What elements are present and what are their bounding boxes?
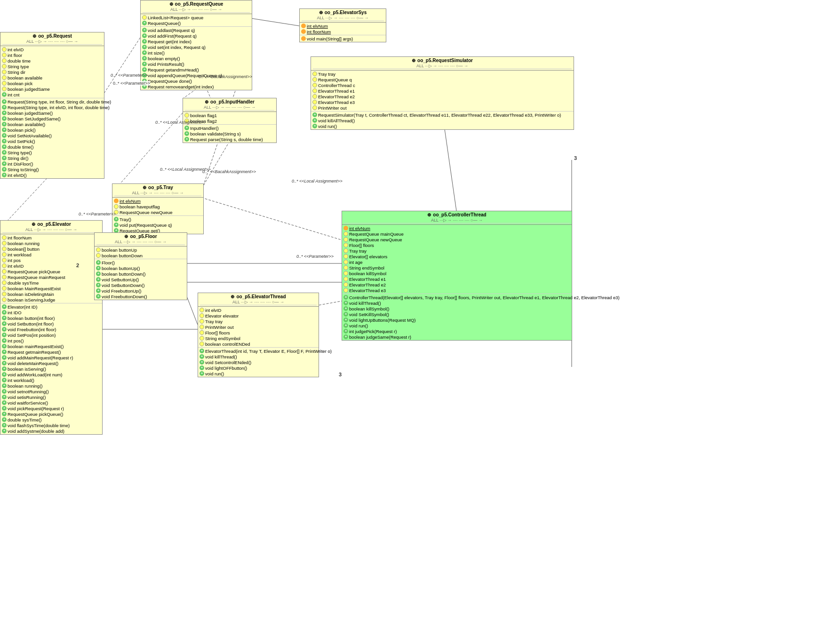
class-controller-thread: ⊕ oo_p5.ControllerThread ALL ···▷ → ····… xyxy=(342,211,572,341)
elv-icon: ⊕ xyxy=(32,222,35,227)
label-num3a: 3 xyxy=(574,155,577,161)
es-icon: ⊕ xyxy=(319,10,323,15)
class-elevator: ⊕ oo_p5.Elevator ALL ···▷ → ···· ···· ··… xyxy=(0,220,103,435)
svg-line-4 xyxy=(104,38,140,94)
class-request: ⊕ oo_p5.Request ALL ···▷ → ···· ···· ···… xyxy=(0,32,104,179)
floor-fields: boolean buttonUp boolean buttonDown xyxy=(95,246,187,259)
label-param3: 0..* <<Parameter>> xyxy=(296,254,334,259)
t-icon: ⊕ xyxy=(143,185,146,190)
rs-icon: ⊕ xyxy=(412,58,415,63)
label-param2: 0..* <<Parameter>> xyxy=(79,212,116,216)
tray-methods: +Tray() +void put(RequestQueue q) +Reque… xyxy=(112,216,203,234)
label-bacahi1: 0..* <<BacahkAssignment>> xyxy=(199,74,252,79)
es-methods: void main(String[] args) xyxy=(300,35,386,42)
label-local1: 0..* <<Local Assignment>> xyxy=(155,120,206,125)
svg-line-6 xyxy=(201,198,342,240)
ct-fields: int elvNum RequestQueue mainQueue Reques… xyxy=(342,225,572,294)
svg-line-16 xyxy=(203,141,230,186)
class-elevator-sys: ⊕ oo_p5.ElevatorSys ALL ···▷ → ···· ····… xyxy=(299,8,386,42)
label-num3b: 3 xyxy=(339,372,342,377)
rq-methods: +void addlast(Request q) +void addFirst(… xyxy=(141,27,252,90)
tray-fields: int elvNum boolean haveputflag RequestQu… xyxy=(112,198,203,216)
et-fields: int elvID Elevator elevator Tray tray Pr… xyxy=(198,307,319,348)
req-methods: +Request(String type, int floor, String … xyxy=(0,98,104,178)
es-fields: int elvNum int floorNum xyxy=(300,23,386,35)
label-param1: 0..* <<Parameter>> xyxy=(111,73,148,78)
floor-methods: +Floor() +boolean buttonUp() +boolean bu… xyxy=(95,259,187,300)
class-tray: ⊕ oo_p5.Tray ALL ···▷ → ···· ···· ···· ○… xyxy=(112,183,204,234)
label-num2: 2 xyxy=(76,262,79,268)
rs-fields: Tray tray RequestQueue q ControllerThrea… xyxy=(311,71,574,111)
diagram-container: ⊕ oo_p5.RequestQueue ALL ···▷ → ···· ···… xyxy=(0,0,830,644)
label-parameter1: 0..* <<Parameter>> xyxy=(113,81,150,86)
elv-fields: int floorNum boolean running boolean[] b… xyxy=(0,234,102,303)
rq-icon: ⊕ xyxy=(169,1,173,7)
svg-line-5 xyxy=(112,113,183,193)
vis-pkg xyxy=(142,15,147,20)
ct-methods: +ControllerThread(Elevator[] elevators, … xyxy=(342,294,572,340)
class-request-simulator: ⊕ oo_p5.RequestSimulator ALL ···▷ → ····… xyxy=(311,56,574,130)
rq-fields: LinkedList<Request> queue + RequestQueue… xyxy=(141,14,252,27)
fl-icon: ⊕ xyxy=(124,234,128,239)
rs-methods: +RequestSimulator(Tray t, ControllerThre… xyxy=(311,111,574,129)
label-local2: 0..* <<Local Assignment>> xyxy=(160,167,211,172)
et-icon: ⊕ xyxy=(231,294,234,299)
label-local3: 0..* <<Local Assignment>> xyxy=(292,179,343,183)
ih-icon: ⊕ xyxy=(205,99,208,104)
ih-methods: +InputHandler() +boolean validate(String… xyxy=(183,125,276,143)
class-elevator-thread: ⊕ oo_p5.ElevatorThread ALL ···▷ → ···· ·… xyxy=(198,293,319,377)
req-icon: ⊕ xyxy=(32,33,36,39)
vis-pub: + xyxy=(142,21,147,25)
ct-icon: ⊕ xyxy=(427,212,431,217)
svg-line-9 xyxy=(315,301,342,306)
class-floor: ⊕ oo_p5.Floor ALL ···▷ → ···· ···· ···· … xyxy=(94,232,187,300)
req-fields: int elvID int floor double time String t… xyxy=(0,46,104,98)
et-methods: +ElevatorThread(int id, Tray T, Elevator… xyxy=(198,348,319,377)
elv-methods: +Elevator(int ID) +int IDO +boolean butt… xyxy=(0,303,102,434)
